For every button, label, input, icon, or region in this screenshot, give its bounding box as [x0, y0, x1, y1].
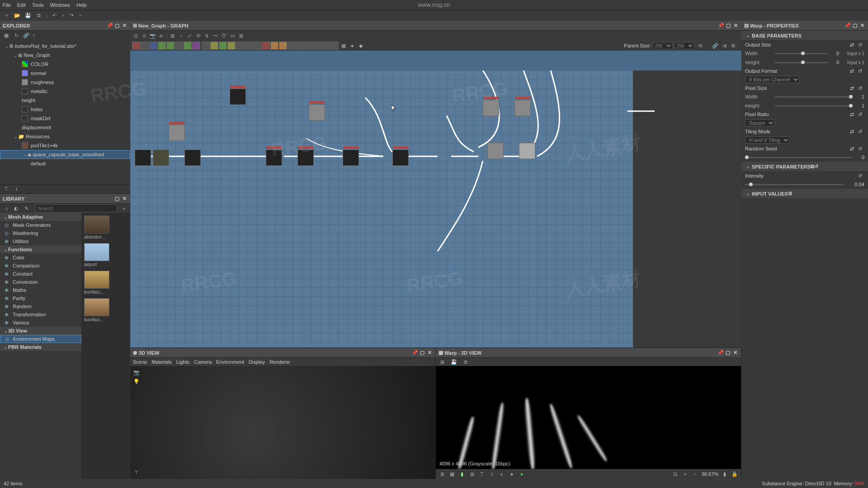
libcat-comparison[interactable]: ❀Comparison [0, 262, 81, 270]
zoom-lock-icon[interactable]: ▮ [721, 470, 728, 478]
lib-maximize-icon[interactable]: ▢ [114, 196, 120, 202]
graph-node[interactable] [153, 150, 169, 166]
open-icon[interactable]: 📂 [14, 12, 21, 19]
libcat-3dview[interactable]: ⌄3D View [0, 327, 81, 335]
lib-filter-icon[interactable]: ◐ [13, 205, 20, 212]
props-pin-icon[interactable]: 📌 [844, 23, 851, 28]
graph-canvas[interactable] [130, 51, 741, 348]
comment-icon[interactable]: ▦ [340, 42, 347, 49]
node-icon-16[interactable] [262, 42, 270, 50]
libcat-mask-generators[interactable]: ◎Mask Generators [0, 221, 81, 229]
graph-node[interactable] [487, 143, 504, 159]
reset-icon[interactable]: ↺ [858, 68, 864, 74]
libcat-constant[interactable]: ❀Constant [0, 270, 81, 278]
camera-icon[interactable]: 📷 [149, 32, 156, 39]
align-icon[interactable]: ↔ [178, 32, 185, 39]
node-icon-2[interactable] [141, 42, 149, 50]
graph-node[interactable] [483, 100, 499, 116]
reroute-icon[interactable]: ⤳ [212, 32, 219, 39]
graph-node[interactable] [135, 150, 151, 166]
tree-output-metallic[interactable]: metallic [0, 87, 130, 96]
parent-width-select[interactable]: 256 [653, 42, 673, 49]
menu-tools[interactable]: Tools [32, 2, 44, 8]
libcat-weathering[interactable]: ◎Weathering [0, 229, 81, 237]
tree-output-displacement[interactable]: displacement [0, 123, 130, 132]
node-icon-12[interactable] [227, 42, 236, 50]
intensity-slider[interactable] [745, 184, 844, 185]
graph-max-icon[interactable]: ▢ [725, 23, 731, 28]
spread-icon[interactable]: ⤢ [186, 32, 193, 39]
thumb-airport[interactable]: airport [84, 243, 109, 267]
node-icon-14[interactable] [245, 42, 253, 50]
reset-icon[interactable]: ↺ [858, 146, 864, 152]
libcat-conversion[interactable]: ❀Conversion [0, 278, 81, 286]
libcat-utilities[interactable]: ❀Utilities [0, 237, 81, 245]
graph-node[interactable] [309, 104, 325, 121]
close-icon[interactable]: ✕ [121, 23, 127, 28]
graph-node[interactable] [169, 125, 185, 141]
reset-size-icon[interactable]: ⟲ [696, 42, 703, 49]
new-pkg-icon[interactable]: ▦ [3, 32, 10, 39]
node-icon-7[interactable] [184, 42, 192, 50]
timing-icon[interactable]: ⏱ [221, 32, 228, 39]
center-icon[interactable]: + [682, 470, 689, 478]
v3d-display[interactable]: Display [249, 359, 265, 365]
tree-graph[interactable]: ⌄⊞ New_Graph [0, 51, 130, 60]
parent-height-select[interactable]: 256 [675, 42, 694, 49]
libcat-mesh-adaptive[interactable]: ⌄Mesh Adaptive [0, 213, 81, 221]
node-icon-9[interactable] [202, 42, 210, 50]
tree-output-maskdirt[interactable]: maskDirt [0, 114, 130, 123]
save-all-icon[interactable]: ⧉ [35, 12, 42, 19]
menu-help[interactable]: Help [76, 2, 87, 8]
libcat-random[interactable]: ❀Random [0, 302, 81, 310]
newview-icon[interactable]: ⊞ [439, 358, 446, 366]
view2d-viewport[interactable]: 4096 x 4096 (Grayscale, 16bpc) ≣ ▦ ▮ ⊞ ⊤… [436, 366, 741, 479]
settings-icon[interactable]: ⚙ [730, 42, 737, 49]
node-icon-19[interactable] [288, 42, 296, 50]
tool-icon-1[interactable]: ⊤ [3, 186, 10, 193]
node-icon-21[interactable] [305, 42, 313, 50]
section-input-values[interactable]: ⌄ INPUT VALUES⚙ [741, 189, 868, 199]
pin-icon[interactable]: 📌 [107, 23, 113, 28]
v3d-scene[interactable]: Scene [133, 359, 147, 365]
v2d-max-icon[interactable]: ▢ [725, 350, 731, 356]
link-icon[interactable]: 🔗 [23, 32, 30, 39]
atomic-node-icon[interactable] [132, 42, 140, 50]
v3d-camera[interactable]: Camera [194, 359, 212, 365]
link-tool-icon[interactable]: ⟲ [195, 32, 202, 39]
save2d-icon[interactable]: 💾 [450, 358, 458, 366]
reset-icon[interactable]: ↺ [858, 42, 864, 48]
inherit-icon[interactable]: ⇄ [850, 112, 856, 117]
v3d-max-icon[interactable]: ▢ [419, 350, 425, 356]
node-icon-11[interactable] [219, 42, 227, 50]
inherit-icon[interactable]: ⇄ [850, 68, 856, 74]
copy-icon[interactable]: ⧉ [811, 164, 814, 169]
zoom-fit-icon[interactable]: ⊙ [141, 32, 148, 39]
props-close-icon[interactable]: ✕ [859, 23, 865, 28]
node-tool-icon[interactable]: ⊞ [169, 32, 176, 39]
libcat-envmaps[interactable]: ◎Environment Maps [0, 335, 81, 343]
node-icon-17[interactable] [270, 42, 278, 50]
v3d-environment[interactable]: Environment [216, 359, 244, 365]
tree-output-color[interactable]: COLOR [0, 60, 130, 69]
tree-res-default[interactable]: default [0, 159, 130, 168]
tiling-select[interactable]: H and V Tiling [745, 136, 790, 144]
libcat-functions[interactable]: ⌄Functions [0, 245, 81, 253]
refresh-icon[interactable]: ↻ [13, 32, 20, 39]
copy-icon[interactable]: ⧉ [462, 358, 469, 366]
fit-icon[interactable]: ⊡ [672, 470, 679, 478]
node-icon-24[interactable] [330, 42, 339, 50]
link-params-icon[interactable]: 🔗 [712, 42, 719, 49]
thumb-abandon[interactable]: abandon... [84, 216, 109, 239]
libcat-color[interactable]: ❀Color [0, 253, 81, 262]
frame-sel-icon[interactable]: ▭ [229, 32, 236, 39]
libcat-maths[interactable]: ❀Maths [0, 286, 81, 294]
flow-icon[interactable]: ⇉ [721, 42, 728, 49]
camera-toggle-icon[interactable]: 📷 [133, 369, 140, 376]
tree-resources[interactable]: ⌄📁 Resources [0, 132, 130, 141]
lib-home-icon[interactable]: ⌂ [3, 205, 10, 212]
gear-icon[interactable]: ⚙ [788, 191, 793, 197]
v2d-close-icon[interactable]: ✕ [732, 350, 738, 356]
lib-close-icon[interactable]: ✕ [121, 196, 127, 202]
graph-node-selected[interactable] [343, 150, 359, 166]
